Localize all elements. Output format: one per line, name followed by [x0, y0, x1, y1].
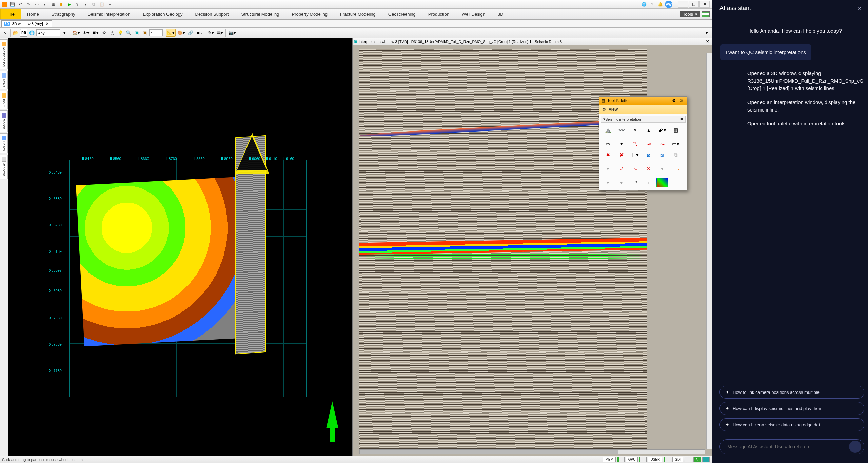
ribbon-tools-dropdown[interactable]: Tools ▾ — [680, 11, 700, 17]
measure-icon[interactable]: 📐▾ — [166, 29, 176, 37]
chevron-down-icon[interactable]: ▾ — [61, 29, 68, 37]
edit-icon[interactable]: ✎▾ — [207, 29, 215, 37]
status-mem[interactable]: MEM — [603, 457, 615, 462]
target-icon[interactable]: ◎ — [108, 29, 116, 37]
tool-grid-icon[interactable]: ▦ — [670, 125, 682, 135]
ribbon-tab-stratigraphy[interactable]: Stratigraphy — [45, 9, 82, 19]
globe-icon[interactable]: 🌐 — [640, 1, 647, 8]
side-tab-models[interactable]: Models — [0, 110, 8, 132]
section-close-icon[interactable]: ✕ — [680, 117, 683, 121]
ai-text-input[interactable] — [727, 444, 846, 449]
layer-icon[interactable]: ▤▾ — [216, 29, 224, 37]
save-icon[interactable]: 💾 — [9, 1, 16, 8]
side-tab-tasks[interactable]: Tasks — [0, 71, 8, 90]
spin-input[interactable] — [149, 29, 163, 36]
palette-close-icon[interactable]: ✕ — [679, 98, 685, 104]
interp-horizontal-scrollbar[interactable] — [359, 449, 705, 454]
tool-poly-icon[interactable]: ⟋▾ — [670, 164, 682, 174]
status-gdi[interactable]: GDI — [672, 457, 683, 462]
ai-close-icon[interactable]: ✕ — [855, 4, 864, 13]
ribbon-tab-file[interactable]: File — [0, 9, 21, 19]
help-icon[interactable]: ? — [649, 1, 655, 8]
ribbon-tab-3d[interactable]: 3D — [492, 9, 510, 19]
tool-seed-icon[interactable]: ✧ — [629, 125, 641, 135]
minimize-button[interactable]: — — [678, 1, 688, 8]
doc-tab-3d-window[interactable]: 3D 3D window 3 [Any] ✕ — [1, 20, 52, 27]
tool-palette-title-bar[interactable]: ▦ Tool Palette ⚙ ✕ — [599, 97, 687, 105]
undo-icon[interactable]: ↶ — [17, 1, 24, 8]
rr-button[interactable]: RR — [20, 29, 27, 37]
eye-icon[interactable]: 👁▾ — [82, 29, 91, 37]
grid-icon[interactable]: ▦ — [50, 1, 56, 8]
interp-vertical-scrollbar[interactable] — [706, 53, 712, 449]
tool-pick2-icon[interactable]: ⤻ — [643, 139, 654, 149]
copy-icon[interactable]: ⧉ — [90, 1, 97, 8]
tool-drop1-icon[interactable]: ▾ — [602, 164, 614, 174]
open-icon[interactable]: 📂 — [12, 29, 19, 37]
ai-suggestion-3[interactable]: ✦How can I clean seismic data using edge… — [719, 418, 864, 431]
record-icon[interactable]: ⏺▾ — [195, 29, 204, 37]
tool-flag-icon[interactable]: ⚐ — [629, 178, 641, 187]
ai-input-box[interactable]: ↑ — [719, 439, 864, 454]
pane-3d-window[interactable]: IL8460 IL8560 IL8660 IL8760 IL8860 IL896… — [8, 38, 353, 456]
ribbon-tab-production[interactable]: Production — [422, 9, 456, 19]
home-icon[interactable]: 🏠▾ — [71, 29, 81, 37]
ribbon-tab-property-modeling[interactable]: Property Modeling — [286, 9, 334, 19]
ai-send-button[interactable]: ↑ — [849, 441, 861, 453]
tool-erase-point-icon[interactable]: ✂ — [602, 139, 614, 149]
seismic-section-canvas[interactable]: ▦ Tool Palette ⚙ ✕ ⚙ View ▾ Seismic inte… — [353, 45, 712, 456]
tool-colormap-icon[interactable] — [656, 178, 668, 187]
camera-icon[interactable]: 📷▾ — [227, 29, 237, 37]
close-button[interactable]: ✕ — [699, 1, 710, 8]
tool-pick-icon[interactable]: 〽 — [629, 139, 641, 149]
status-refresh-icon[interactable]: ↻ — [693, 457, 701, 462]
ribbon-tab-well-design[interactable]: Well Design — [456, 9, 492, 19]
ribbon-tab-home[interactable]: Home — [21, 9, 45, 19]
paste-icon[interactable]: 📋 — [98, 1, 105, 8]
tool-downslope-icon[interactable]: ↘ — [629, 164, 641, 174]
light-icon[interactable]: 💡 — [117, 29, 124, 37]
tool-drop3-icon[interactable]: ▾ — [602, 178, 614, 187]
qat-dropdown-icon[interactable]: ▾ — [106, 1, 113, 8]
palette-icon[interactable]: 🎨▾ — [176, 29, 186, 37]
status-gpu[interactable]: GPU — [626, 457, 638, 462]
notification-icon[interactable]: 🔔 — [657, 1, 664, 8]
status-user[interactable]: USER — [648, 457, 662, 462]
tool-palette-section-header[interactable]: ▾ Seismic interpretation ✕ — [601, 116, 686, 123]
redo-icon[interactable]: ↷ — [25, 1, 32, 8]
tool-line-icon[interactable]: ⊢▾ — [629, 150, 641, 160]
side-tab-input[interactable]: Input — [0, 91, 8, 109]
ai-suggestion-1[interactable]: ✦How to link camera positions across mul… — [719, 386, 864, 399]
tool-drop4-icon[interactable]: ▾ — [616, 178, 627, 187]
ribbon-tab-structural-modeling[interactable]: Structural Modeling — [235, 9, 286, 19]
scope-input[interactable] — [36, 29, 60, 36]
new-window-icon[interactable]: ▭ — [33, 1, 40, 8]
interp-close-icon[interactable]: ✕ — [705, 39, 710, 44]
globe2-icon[interactable]: 🌐 — [28, 29, 36, 37]
play-icon[interactable]: ▶ — [66, 1, 73, 8]
tool-3dtrack-icon[interactable]: ▲ — [643, 125, 654, 135]
tool-paint-icon[interactable]: 🖌▾ — [656, 125, 668, 135]
ribbon-tab-exploration-geology[interactable]: Exploration Geology — [137, 9, 189, 19]
export-icon[interactable]: ⇪ — [74, 1, 81, 8]
more-dropdown-icon[interactable]: ▾ — [82, 1, 89, 8]
tool-pick3-icon[interactable]: ↝ — [656, 139, 668, 149]
tool-fault2-icon[interactable]: ⧅ — [656, 150, 668, 160]
cursor-icon[interactable]: ↖ — [1, 29, 9, 37]
ribbon-tab-seismic-interpretation[interactable]: Seismic Interpretation — [82, 9, 137, 19]
ai-suggestion-2[interactable]: ✦How can I display seismic lines and pla… — [719, 402, 864, 415]
ai-minimize-icon[interactable]: — — [845, 4, 855, 13]
status-info-icon[interactable]: i — [702, 457, 710, 462]
maximize-button[interactable]: ▢ — [689, 1, 699, 8]
ribbon-tab-fracture-modeling[interactable]: Fracture Modeling — [334, 9, 382, 19]
tool-fault-icon[interactable]: ⧄ — [643, 150, 654, 160]
bbox-icon[interactable]: ▣▾ — [91, 29, 100, 37]
tab-close-icon[interactable]: ✕ — [45, 22, 50, 26]
user-avatar[interactable]: AW — [665, 1, 672, 8]
tool-horizon-icon[interactable]: ⛰️ — [602, 125, 614, 135]
tool-eraser-icon[interactable]: ✘ — [616, 150, 627, 160]
cube-icon[interactable]: ▣ — [133, 29, 140, 37]
side-tab-windows[interactable]: Windows — [0, 155, 8, 179]
zoom-icon[interactable]: 🔍 — [125, 29, 132, 37]
tool-rect-icon[interactable]: ▭▾ — [670, 139, 682, 149]
